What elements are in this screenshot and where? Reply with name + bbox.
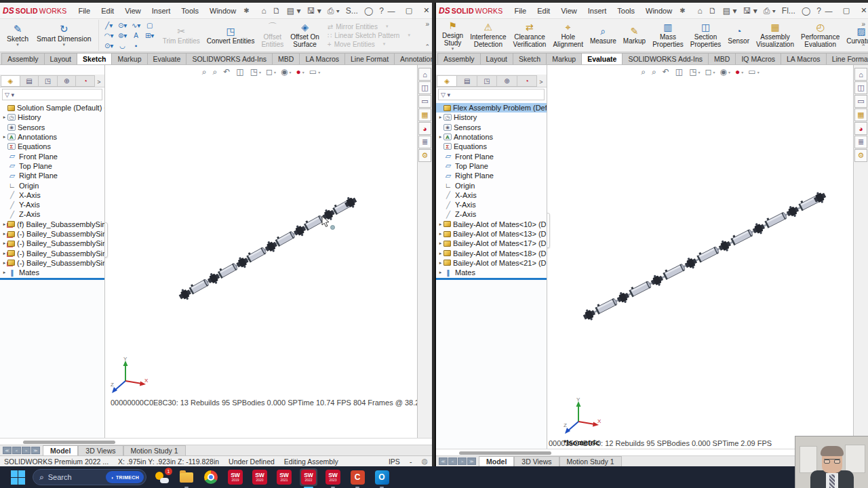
sketch-tool-button[interactable]: ⊙▾: [102, 41, 116, 51]
panel-tab[interactable]: ◳: [38, 75, 58, 87]
task-pane-button[interactable]: ▭: [854, 95, 867, 108]
search-input[interactable]: ⌕ Search TRIMECH: [33, 469, 146, 485]
quick-access-button[interactable]: Fl...: [782, 6, 795, 16]
tree-filter[interactable]: ▽ ▾: [2, 89, 102, 100]
command-tab[interactable]: Sketch: [513, 53, 547, 64]
menu-item[interactable]: Edit: [96, 5, 119, 17]
panel-tab[interactable]: ▤: [456, 75, 477, 87]
maximize-button[interactable]: ▢: [401, 5, 416, 16]
command-tab[interactable]: Assembly: [437, 53, 481, 64]
tree-item[interactable]: Equations: [436, 142, 547, 151]
task-pane-button[interactable]: ◕: [418, 122, 431, 135]
panel-tab[interactable]: ◳: [477, 75, 497, 87]
sketch-tool-button[interactable]: ◡: [116, 41, 130, 51]
tree-expand-arrow[interactable]: ▸: [437, 241, 443, 246]
command-tab[interactable]: Line Format: [344, 53, 395, 64]
tab-nav-button[interactable]: ≫: [31, 447, 40, 454]
timeline-slider[interactable]: [23, 441, 115, 444]
tree-expand-arrow[interactable]: ▸: [1, 231, 7, 237]
tree-item[interactable]: X-Axis: [0, 190, 104, 200]
ribbon-button[interactable]: ✂ Trim Entities: [159, 20, 203, 51]
tree-expand-arrow[interactable]: ▸: [437, 260, 443, 266]
timeline-slider[interactable]: [459, 451, 551, 455]
taskbar-solidworks-2021-icon[interactable]: SW2021: [275, 468, 293, 486]
panel-tab[interactable]: ◈: [1, 75, 20, 87]
tree-item[interactable]: ▸ Bailey-Alot of Mates<18> (D: [436, 248, 547, 258]
tree-item[interactable]: ▸ History: [0, 113, 104, 122]
quick-access-button[interactable]: ◯: [364, 6, 373, 16]
tree-expand-arrow[interactable]: ▸: [1, 251, 7, 256]
tab-nav-button[interactable]: <: [448, 458, 457, 465]
tab-nav-button[interactable]: <: [12, 447, 21, 454]
document-tab[interactable]: Model: [479, 456, 514, 466]
tree-expand-arrow[interactable]: ▸: [437, 115, 443, 120]
tree-item[interactable]: Sensors: [436, 123, 547, 132]
tree-item[interactable]: Origin: [436, 180, 547, 190]
menu-item[interactable]: File: [509, 5, 531, 17]
sketch-tool-button[interactable]: ▢: [143, 20, 157, 30]
tree-expand-arrow[interactable]: ▸: [437, 222, 443, 227]
tab-nav-button[interactable]: >: [22, 447, 31, 454]
task-pane-button[interactable]: ≣: [854, 136, 867, 148]
menu-item[interactable]: File: [73, 5, 95, 17]
tree-item[interactable]: Front Plane: [436, 151, 547, 161]
tree-item[interactable]: Z-Axis: [436, 209, 547, 219]
quick-access-button[interactable]: ▤ ▾: [723, 6, 737, 16]
tree-item[interactable]: ▸ Annotations: [436, 132, 547, 142]
panel-expand-icon[interactable]: >: [94, 77, 104, 87]
document-tab[interactable]: 3D Views: [514, 456, 559, 466]
panel-expand-icon[interactable]: >: [536, 77, 546, 87]
tree-expand-arrow[interactable]: ▸: [1, 222, 7, 227]
ribbon-button[interactable]: ⌒ Offset Entities: [258, 20, 287, 51]
ribbon-button[interactable]: ◈ Offset On Surface: [287, 20, 323, 51]
tree-item[interactable]: ▸ Bailey-Alot of Mates<10> (D: [436, 220, 547, 229]
ribbon-button[interactable]: ✎ Markup: [620, 20, 649, 51]
command-tab[interactable]: Annotation: [394, 53, 432, 64]
tree-item[interactable]: ▸ (f) Bailey_SubassemblySim: [0, 220, 104, 229]
tree-expand-arrow[interactable]: ▸: [1, 270, 7, 275]
menu-item[interactable]: View: [120, 5, 146, 17]
tab-nav-button[interactable]: ≪: [439, 458, 448, 465]
task-pane-button[interactable]: ⚙: [854, 149, 867, 162]
command-tab[interactable]: SOLIDWORKS Add-Ins: [622, 53, 709, 64]
command-tab[interactable]: Line Format: [826, 53, 868, 64]
command-tab[interactable]: MBD: [272, 53, 300, 64]
quick-access-button[interactable]: ◯: [802, 6, 810, 16]
ribbon-overflow-icon[interactable]: »: [425, 20, 429, 28]
command-tab[interactable]: Layout: [44, 53, 78, 64]
ribbon-button[interactable]: ▦ Assembly Visualization: [753, 20, 797, 51]
taskbar-solidworks-2020-icon[interactable]: SW2020: [251, 468, 269, 486]
tree-item[interactable]: X-Axis: [436, 190, 547, 200]
task-pane-button[interactable]: ⌂: [854, 68, 867, 81]
panel-tab[interactable]: ◔: [75, 75, 95, 87]
tree-item[interactable]: ▸ (-) Bailey_SubassemblySim: [0, 248, 104, 258]
menu-item[interactable]: Tools: [612, 5, 639, 17]
command-tab[interactable]: LA Macros: [781, 53, 827, 64]
tree-item[interactable]: Top Plane: [436, 161, 547, 171]
ribbon-button[interactable]: ▥ Mass Properties: [649, 20, 687, 51]
tree-item[interactable]: ▸ Mates: [0, 268, 104, 277]
panel-tab[interactable]: ⊕: [496, 75, 517, 87]
command-tab[interactable]: Layout: [480, 53, 514, 64]
ribbon-button[interactable]: ◔ Sensor: [724, 20, 753, 51]
menu-item[interactable]: Edit: [532, 5, 555, 17]
taskbar-solidworks-2019-icon[interactable]: SW2019: [226, 468, 244, 486]
quick-access-button[interactable]: ⌂: [698, 6, 703, 16]
tree-item[interactable]: Right Plane: [0, 171, 104, 180]
command-tab[interactable]: Assembly: [1, 53, 45, 64]
quick-access-button[interactable]: ▤ ▾: [287, 6, 301, 16]
tree-item[interactable]: Top Plane: [0, 161, 104, 171]
chevron-down-icon[interactable]: ▾: [16, 43, 19, 47]
sketch-tool-button[interactable]: ⊜▾: [116, 30, 130, 41]
command-tab[interactable]: Sketch: [77, 53, 112, 64]
ribbon-button[interactable]: ↻ Smart Dimension ▾: [33, 20, 96, 51]
command-tab[interactable]: SOLIDWORKS Add-Ins: [186, 53, 273, 64]
ribbon-overflow-icon[interactable]: »: [861, 20, 865, 28]
quick-access-button[interactable]: ⎙ ▾: [328, 6, 340, 16]
tree-item[interactable]: ▸ (-) Bailey_SubassemblySim: [0, 258, 104, 268]
command-tab[interactable]: Evaluate: [581, 53, 623, 64]
panel-splitter-handle[interactable]: [547, 213, 550, 248]
close-button[interactable]: ✕: [419, 5, 432, 16]
ribbon-collapse-icon[interactable]: ⌃: [861, 43, 866, 50]
sketch-tool-button[interactable]: A: [130, 30, 143, 41]
